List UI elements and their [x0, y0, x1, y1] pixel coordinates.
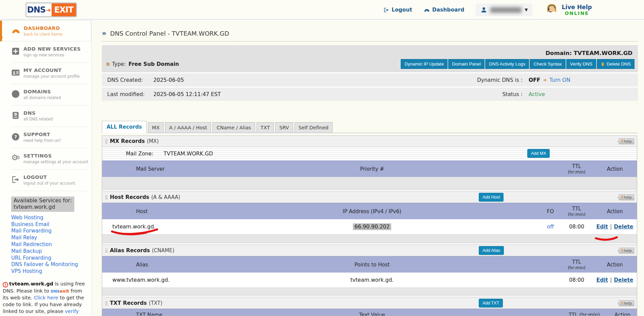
- username-redacted: [490, 7, 522, 13]
- logout-nav-button[interactable]: Logout: [383, 7, 412, 13]
- delete-alias-link[interactable]: Delete: [614, 277, 633, 283]
- dns-activity-logs-button[interactable]: DNS Activity Logs: [485, 59, 529, 69]
- column-action: Action: [593, 262, 637, 268]
- add-mx-button[interactable]: Add MX: [527, 149, 550, 158]
- sidebar-item-add-new-services[interactable]: ADD NEW SERVICES sign up new services: [0, 41, 91, 62]
- domain-panel-button[interactable]: Domain Panel: [448, 59, 485, 69]
- notice-brand-dns: DNS: [51, 289, 60, 294]
- dns-exit-control-panel: DNS ➜ EXIT Logout Dashboard ▼: [0, 0, 644, 316]
- tab-mx[interactable]: MX: [148, 122, 164, 133]
- column-ip-address: IP Address (IPv4 / IPv6): [204, 208, 540, 215]
- service-link-business-email[interactable]: Business Email: [11, 221, 89, 228]
- sidebar-item-sub: manage your account profile: [23, 74, 89, 79]
- type-value: Free Sub Domain: [129, 61, 179, 67]
- sidebar-item-domains[interactable]: DOMAINS all domains related: [0, 84, 91, 105]
- txt-help-button[interactable]: ?help: [618, 300, 634, 306]
- sidebar-item-support[interactable]: ? SUPPORT need help from us?: [0, 127, 91, 148]
- service-link-mail-relay[interactable]: Mail Relay: [11, 235, 89, 241]
- domain-action-buttons: Dynamic IP Update Domain Panel DNS Activ…: [401, 59, 634, 69]
- txt-table-header: TXT Name Text Value TTL (hr:min) Action: [102, 309, 637, 316]
- tab-txt[interactable]: TXT: [257, 122, 274, 133]
- globe-icon: [11, 90, 20, 98]
- logo-left: DNS ➜: [26, 3, 52, 16]
- drag-handle-icon: ⣿: [105, 248, 108, 253]
- dynamic-ip-update-button[interactable]: Dynamic IP Update: [401, 59, 448, 69]
- service-link-mail-forwarding[interactable]: Mail Forwarding: [11, 228, 89, 235]
- alias-record-row: www.tvteam.work.gd. tvteam.work.gd. 08:0…: [102, 273, 637, 287]
- sidebar-item-dashboard[interactable]: DASHBOARD back to client home: [0, 20, 91, 41]
- alias-points-to: tvteam.work.gd.: [204, 277, 540, 283]
- sidebar-item-label: LOGOUT: [23, 174, 89, 180]
- column-points-to-host: Points to Host: [204, 262, 540, 268]
- dashboard-nav-button[interactable]: Dashboard: [424, 7, 465, 13]
- host-help-button[interactable]: ?help: [618, 194, 634, 200]
- created-label: DNS Created:: [102, 77, 153, 83]
- delete-dns-button[interactable]: Delete DNS: [597, 59, 634, 69]
- service-link-vps-hosting[interactable]: VPS Hosting: [11, 268, 89, 275]
- sidebar-item-logout[interactable]: LOGOUT logout out of your account: [0, 170, 91, 191]
- host-ip-value: 66.90.90.202: [353, 223, 392, 230]
- edit-alias-link[interactable]: Edit: [596, 277, 608, 283]
- click-here-link[interactable]: Click here: [34, 295, 58, 300]
- add-host-button[interactable]: Add Host: [479, 193, 504, 202]
- user-menu[interactable]: ▼: [476, 3, 532, 16]
- tab-a-aaaa-host[interactable]: A / AAAA / Host: [165, 122, 211, 133]
- tab-cname-alias[interactable]: CName / Alias: [212, 122, 255, 133]
- available-services: Available Services for: tvteam.work.gd W…: [11, 197, 89, 275]
- id-card-icon: [11, 68, 20, 77]
- last-modified-row: Last modified: 2025-06-05 12:11:47 EST S…: [102, 88, 638, 101]
- service-link-url-forwarding[interactable]: URL Forwarding: [11, 255, 89, 262]
- sidebar-item-sub: manage settings at your account: [23, 160, 89, 164]
- service-link-mail-backup[interactable]: Mail Backup: [11, 248, 89, 255]
- add-alias-button[interactable]: Add Alias: [479, 246, 504, 255]
- record-tabs: ALL Records MX A / AAAA / Host CName / A…: [102, 121, 638, 133]
- service-link-mail-redirection[interactable]: Mail Redirection: [11, 241, 89, 248]
- host-section-header: ⣿ Host Records (A & AAAA) Add Host ?help: [102, 192, 637, 203]
- drag-handle-icon: ⣿: [105, 195, 108, 200]
- records-container: ⣿ MX Records (MX) ?help Mail Zone: TVTEA…: [102, 135, 637, 316]
- logout-nav-label: Logout: [392, 7, 412, 13]
- column-fo: FO: [540, 208, 561, 215]
- tab-all-records[interactable]: ALL Records: [102, 121, 147, 133]
- sidebar-item-label: DOMAINS: [23, 89, 89, 94]
- arrow-icon: ➜: [543, 77, 547, 82]
- section-divider: [102, 242, 637, 245]
- mail-zone-value: TVTEAM.WORK.GD: [164, 151, 213, 157]
- section-spacer: [102, 287, 637, 295]
- service-link-web-hosting[interactable]: Web Hosting: [11, 215, 89, 221]
- tab-self-defined[interactable]: Self Defined: [295, 122, 333, 133]
- alias-help-button[interactable]: ?help: [618, 248, 634, 254]
- delete-host-link[interactable]: Delete: [614, 224, 633, 230]
- ddns-value: OFF: [529, 77, 540, 83]
- column-priority: Priority #: [204, 166, 540, 172]
- dnsexit-logo[interactable]: DNS ➜ EXIT: [25, 2, 77, 17]
- sidebar: DASHBOARD back to client home ADD NEW SE…: [0, 20, 92, 316]
- service-link-dns-failover[interactable]: DNS Failover & Monitoring: [11, 261, 89, 268]
- add-txt-button[interactable]: Add TXT: [479, 299, 503, 308]
- txt-section-title: TXT Records: [110, 300, 147, 306]
- failover-toggle-link[interactable]: off: [547, 224, 554, 230]
- column-alias: Alias: [102, 262, 204, 268]
- tab-srv[interactable]: SRV: [275, 122, 293, 133]
- alias-name: www.tvteam.work.gd.: [102, 277, 204, 283]
- mx-help-button[interactable]: ?help: [618, 138, 634, 144]
- available-services-title: Available Services for: tvteam.work.gd: [11, 197, 74, 212]
- section-divider: [102, 295, 637, 298]
- trash-icon: [601, 62, 605, 67]
- live-help-button[interactable]: Live Help ONLINE: [544, 2, 592, 18]
- status-group: Status : Active: [424, 91, 545, 97]
- mail-zone-label: Mail Zone:: [126, 151, 153, 157]
- sidebar-item-sub: all domains related: [23, 95, 89, 100]
- page-title: »DNS Control Panel - TVTEAM.WORK.GD: [102, 29, 638, 41]
- turn-on-link[interactable]: Turn ON: [549, 77, 570, 83]
- live-help-status: ONLINE: [565, 11, 589, 16]
- logo-exit-text: EXIT: [52, 3, 76, 16]
- verify-dns-button[interactable]: Verify DNS: [566, 59, 596, 69]
- sidebar-item-settings[interactable]: ⚙⚙ SETTINGS manage settings at your acco…: [0, 148, 91, 169]
- free-dns-notice: !tvteam.work.gd is using free DNS. Pleas…: [3, 280, 88, 316]
- edit-host-link[interactable]: Edit: [596, 224, 608, 230]
- sidebar-item-sub: back to client home: [24, 32, 88, 37]
- sidebar-item-dns[interactable]: DNS all DNS related: [0, 106, 91, 127]
- sidebar-item-my-account[interactable]: MY ACCOUNT manage your account profile: [0, 63, 91, 84]
- check-syntax-button[interactable]: Check Syntax: [530, 59, 565, 69]
